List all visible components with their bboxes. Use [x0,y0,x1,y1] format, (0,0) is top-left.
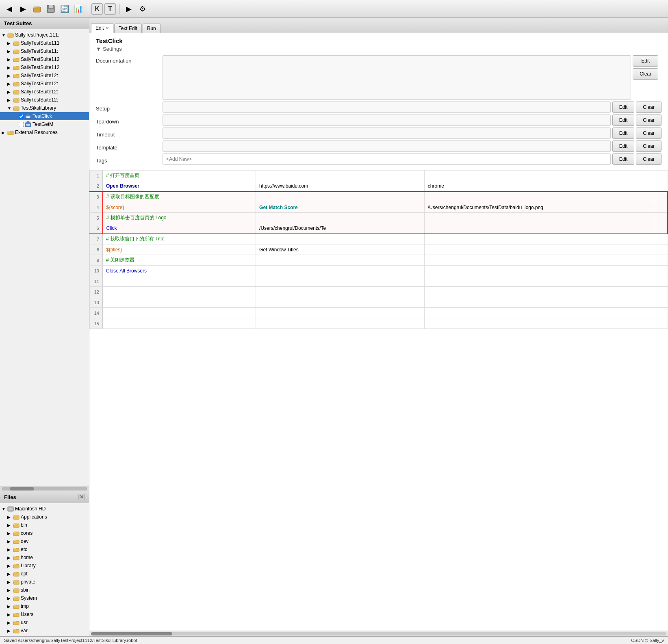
files-item-mac[interactable]: ▼Macintosh HD [0,505,89,513]
table-row[interactable]: 7# 获取该窗口下的所有 Title [90,234,668,244]
row-col3[interactable]: /Users/chengrui/Documents/TestData/baidu… [424,202,654,213]
row-col2[interactable] [256,192,425,202]
row-col3[interactable] [424,287,654,297]
settings-button[interactable]: ⚙ [137,3,149,15]
row-col3[interactable]: chrome [424,181,654,192]
row-col1[interactable] [103,276,256,287]
timeout-edit-button[interactable]: Edit [612,128,635,139]
teardown-clear-button[interactable]: Clear [636,115,661,126]
row-col3[interactable] [424,234,654,244]
row-col2[interactable] [256,266,425,276]
documentation-input[interactable] [163,55,631,100]
files-item-usr[interactable]: ▶usr [0,618,89,627]
row-col4[interactable] [654,244,668,255]
timeout-input[interactable] [163,128,611,139]
row-col2[interactable] [256,297,425,308]
row-col2[interactable] [256,171,425,181]
sidebar-item-suite5[interactable]: ▶SallyTestSuite12: [0,71,89,80]
save-button[interactable] [45,3,57,15]
timeout-clear-button[interactable]: Clear [636,128,661,139]
row-col4[interactable] [654,213,668,223]
table-row[interactable]: 9# 关闭浏览器 [90,255,668,266]
row-col2[interactable] [256,234,425,244]
files-item-sbin[interactable]: ▶sbin [0,586,89,594]
row-col4[interactable] [654,181,668,192]
row-col4[interactable] [654,308,668,318]
t-button[interactable]: T [104,3,116,15]
row-col3[interactable] [424,266,654,276]
setup-clear-button[interactable]: Clear [636,102,661,113]
row-col1[interactable]: # 获取目标图像的匹配度 [103,192,256,202]
files-item-var[interactable]: ▶var [0,627,89,635]
row-col4[interactable] [654,276,668,287]
refresh-button[interactable]: 🔄 [59,3,71,15]
run-button[interactable]: ▶ [123,3,135,15]
test-checkbox-testgetm[interactable] [19,122,24,127]
row-col1[interactable]: # 获取该窗口下的所有 Title [103,234,256,244]
report-button[interactable]: 📊 [72,3,85,15]
tab-run[interactable]: Run [143,24,160,33]
table-row[interactable]: 4${score}Get Match Score/Users/chengrui/… [90,202,668,213]
table-row[interactable]: 15 [90,318,668,329]
k-button[interactable]: K [91,3,103,15]
sidebar-item-suite8[interactable]: ▶SallyTestSuite12: [0,96,89,104]
sidebar-item-testclick[interactable]: TestClick [0,112,89,120]
files-close-button[interactable]: ✕ [78,494,85,500]
back-button[interactable]: ◀ [3,3,15,15]
settings-header[interactable]: ▼ Settings [96,46,661,52]
row-col3[interactable] [424,171,654,181]
files-item-private[interactable]: ▶private [0,578,89,586]
tags-clear-button[interactable]: Clear [636,153,661,165]
table-row[interactable]: 11 [90,276,668,287]
bottom-scrollbar[interactable] [89,631,668,636]
sidebar-item-suite4[interactable]: ▶SallyTestSuite112 [0,63,89,71]
row-col1[interactable]: # 模拟单击百度首页的 Logo [103,213,256,223]
tags-edit-button[interactable]: Edit [612,153,635,165]
sidebar-item-suite2[interactable]: ▶SallyTestSuite11: [0,47,89,55]
files-item-cores[interactable]: ▶cores [0,529,89,537]
row-col4[interactable] [654,255,668,266]
sidebar-item-suite7[interactable]: ▶SallyTestSuite12: [0,88,89,96]
table-row[interactable]: 13 [90,297,668,308]
files-item-system[interactable]: ▶System [0,594,89,602]
files-item-bin[interactable]: ▶bin [0,521,89,529]
table-row[interactable]: 1# 打开百度首页 [90,171,668,181]
template-input[interactable] [163,140,611,152]
row-col3[interactable] [424,223,654,234]
row-col3[interactable] [424,276,654,287]
sidebar-item-root[interactable]: ▼SallyTestProject111: [0,31,89,39]
row-col2[interactable] [256,318,425,329]
row-col2[interactable] [256,276,425,287]
files-item-etc[interactable]: ▶etc [0,545,89,553]
tags-input[interactable] [163,153,611,165]
documentation-clear-button[interactable]: Clear [633,68,658,80]
sidebar-scrollbar[interactable] [0,486,89,491]
row-col3[interactable] [424,213,654,223]
row-col2[interactable]: Get Match Score [256,202,425,213]
files-item-opt[interactable]: ▶opt [0,570,89,578]
row-col1[interactable]: ${titles} [103,244,256,255]
files-item-tmp[interactable]: ▶tmp [0,602,89,610]
files-item-applications[interactable]: ▶Applications [0,513,89,521]
table-row[interactable]: 8${titles}Get Window Titles [90,244,668,255]
row-col4[interactable] [654,234,668,244]
row-col2[interactable]: /Users/chengrui/Documents/Te [256,223,425,234]
row-col1[interactable]: Close All Browsers [103,266,256,276]
row-col2[interactable] [256,308,425,318]
row-col1[interactable]: # 打开百度首页 [103,171,256,181]
forward-button[interactable]: ▶ [17,3,29,15]
row-col1[interactable]: Open Browser [103,181,256,192]
sidebar-item-sikuli[interactable]: ▼TestSikuliLibrary [0,104,89,112]
tab-close-edit[interactable]: ✕ [106,26,109,30]
row-col2[interactable] [256,255,425,266]
row-col4[interactable] [654,192,668,202]
row-col4[interactable] [654,266,668,276]
row-col4[interactable] [654,202,668,213]
tab-edit[interactable]: Edit✕ [91,23,113,33]
template-edit-button[interactable]: Edit [612,140,635,152]
row-col3[interactable] [424,308,654,318]
files-item-home[interactable]: ▶home [0,553,89,562]
test-checkbox-testclick[interactable] [19,114,24,119]
setup-input[interactable] [163,102,611,113]
teardown-edit-button[interactable]: Edit [612,115,635,126]
